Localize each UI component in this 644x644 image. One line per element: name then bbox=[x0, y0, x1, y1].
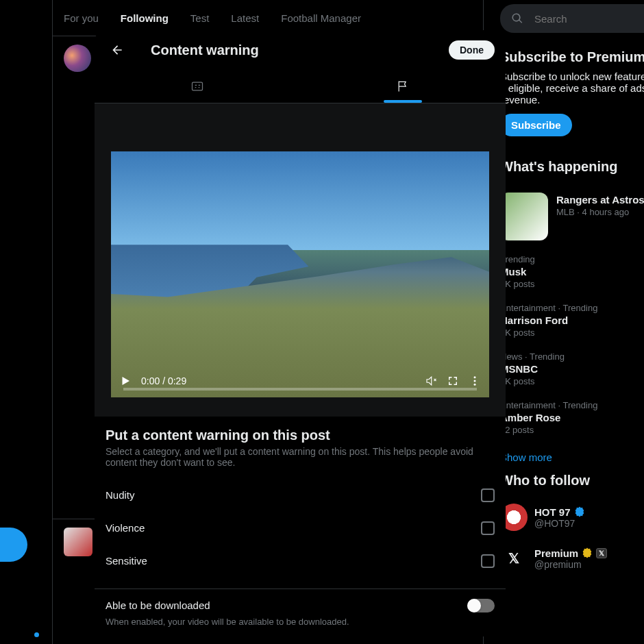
trend-item[interactable]: News · Trending MSNBC 3K posts bbox=[500, 345, 644, 393]
video-time: 0:00 / 0:29 bbox=[141, 375, 415, 386]
right-sidebar: Subscribe to Premium Subscribe to unlock… bbox=[484, 0, 644, 644]
follow-name: Premium 𝕏 bbox=[534, 547, 607, 559]
progress-bar[interactable] bbox=[123, 388, 477, 391]
done-button[interactable]: Done bbox=[449, 40, 495, 60]
user-avatar[interactable] bbox=[64, 45, 91, 72]
flag-icon bbox=[396, 79, 410, 93]
trending-title: What's happening bbox=[500, 159, 644, 175]
subscribe-button[interactable]: Subscribe bbox=[500, 114, 572, 136]
search-input[interactable] bbox=[534, 13, 644, 25]
download-title: Able to be downloaded bbox=[106, 599, 210, 611]
notification-dot bbox=[34, 632, 39, 637]
affiliate-badge: 𝕏 bbox=[596, 548, 607, 558]
download-toggle[interactable] bbox=[467, 599, 495, 612]
svg-point-2 bbox=[474, 380, 476, 382]
search-box[interactable] bbox=[500, 4, 644, 33]
follow-suggestion[interactable]: 𝕏 Premium 𝕏 @premium bbox=[500, 538, 644, 579]
modal-tabs bbox=[95, 70, 506, 103]
checkbox-violence[interactable] bbox=[481, 521, 495, 535]
play-icon[interactable] bbox=[119, 375, 132, 387]
download-section: Able to be downloaded When enabled, your… bbox=[95, 589, 506, 636]
premium-desc: Subscribe to unlock new features and if … bbox=[500, 71, 644, 106]
follow-card: Who to follow HOT 97 @HOT97 𝕏 Premium bbox=[500, 473, 644, 579]
video-controls: 0:00 / 0:29 bbox=[111, 364, 489, 397]
content-warning-modal: Content warning Done 0:00 / 0:29 Put a c… bbox=[95, 30, 506, 636]
more-icon[interactable] bbox=[469, 375, 481, 387]
trending-card: What's happening Rangers at Astros MLB ·… bbox=[500, 159, 644, 473]
video-preview-area: 0:00 / 0:29 bbox=[95, 103, 506, 417]
trend-item[interactable]: Entertainment · Trending Harrison Ford 9… bbox=[500, 296, 644, 345]
cw-option-violence[interactable]: Violence bbox=[106, 512, 495, 545]
premium-title: Subscribe to Premium bbox=[500, 49, 644, 65]
compose-button[interactable] bbox=[0, 528, 27, 562]
verified-badge-icon bbox=[581, 547, 593, 559]
show-more-link[interactable]: Show more bbox=[500, 442, 644, 473]
event-meta: MLB · 4 hours ago bbox=[556, 207, 644, 217]
tab-captions[interactable] bbox=[95, 70, 300, 103]
checkbox-sensitive[interactable] bbox=[481, 554, 495, 568]
video-player[interactable]: 0:00 / 0:29 bbox=[111, 151, 489, 397]
cw-option-sensitive[interactable]: Sensitive bbox=[106, 545, 495, 578]
trend-item[interactable]: Entertainment · Trending Amber Rose 52 p… bbox=[500, 393, 644, 442]
search-icon bbox=[511, 12, 523, 25]
modal-header: Content warning Done bbox=[95, 30, 506, 70]
verified-badge-icon bbox=[573, 506, 586, 518]
svg-point-1 bbox=[474, 376, 476, 378]
cw-description: Select a category, and we'll put a conte… bbox=[106, 446, 495, 468]
svg-rect-0 bbox=[193, 82, 203, 90]
trending-event[interactable]: Rangers at Astros MLB · 4 hours ago bbox=[500, 186, 644, 247]
fullscreen-icon[interactable] bbox=[447, 375, 459, 387]
checkbox-nudity[interactable] bbox=[481, 488, 495, 502]
follow-suggestion[interactable]: HOT 97 @HOT97 bbox=[500, 497, 644, 538]
download-description: When enabled, your video will be availab… bbox=[106, 617, 495, 627]
post-thumbnail bbox=[64, 528, 92, 556]
mute-icon[interactable] bbox=[425, 375, 437, 387]
nav-sidebar bbox=[0, 0, 52, 644]
cc-icon bbox=[190, 79, 204, 93]
tab-content-warning[interactable] bbox=[300, 70, 506, 103]
follow-title: Who to follow bbox=[500, 473, 644, 488]
event-title: Rangers at Astros bbox=[556, 194, 644, 206]
modal-title: Content warning bbox=[151, 42, 427, 58]
cw-option-nudity[interactable]: Nudity bbox=[106, 479, 495, 512]
follow-name: HOT 97 bbox=[534, 506, 586, 518]
follow-handle: @premium bbox=[534, 559, 607, 570]
event-thumbnail bbox=[500, 193, 548, 240]
cw-heading: Put a content warning on this post bbox=[106, 428, 495, 443]
trend-item[interactable]: Trending Musk 7K posts bbox=[500, 247, 644, 296]
premium-card: Subscribe to Premium Subscribe to unlock… bbox=[500, 44, 644, 148]
back-button[interactable] bbox=[106, 38, 129, 62]
content-warning-section: Put a content warning on this post Selec… bbox=[95, 417, 506, 589]
follow-handle: @HOT97 bbox=[534, 518, 586, 529]
arrow-left-icon bbox=[110, 43, 124, 57]
svg-point-3 bbox=[474, 384, 476, 386]
